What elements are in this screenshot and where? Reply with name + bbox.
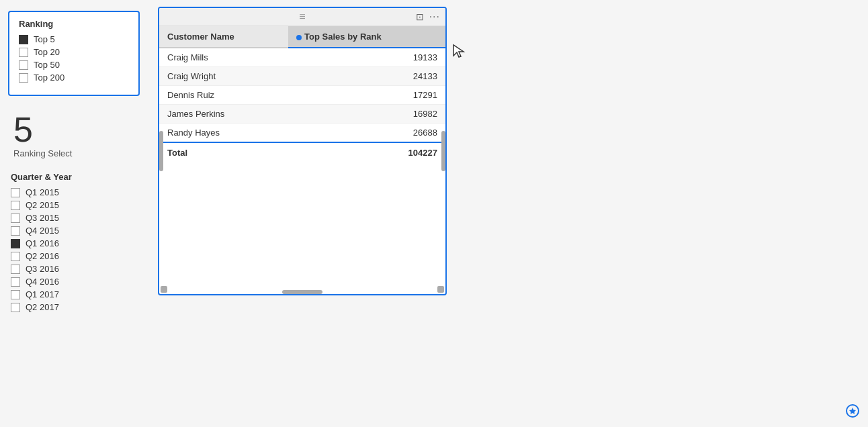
customer-name-cell: Randy Hayes bbox=[159, 124, 288, 143]
resize-handle-right[interactable] bbox=[441, 131, 445, 171]
resize-handle-bl[interactable] bbox=[161, 286, 167, 293]
quarter-year-option-label: Q1 2016 bbox=[26, 238, 59, 248]
col-customer-name[interactable]: Customer Name bbox=[159, 26, 288, 48]
ranking-option[interactable]: Top 200 bbox=[19, 73, 129, 83]
table-panel: ≡ ⊡ ··· Customer Name Top Sales by Rank … bbox=[158, 7, 447, 295]
ranking-option-label: Top 20 bbox=[34, 47, 60, 57]
ranking-option[interactable]: Top 50 bbox=[19, 60, 129, 70]
table-row: Dennis Ruiz17291 bbox=[159, 86, 445, 105]
checkbox-unchecked bbox=[11, 290, 20, 299]
quarter-year-option-label: Q2 2015 bbox=[26, 200, 59, 210]
main-content: ≡ ⊡ ··· Customer Name Top Sales by Rank … bbox=[158, 7, 861, 420]
customer-name-cell: Craig Mills bbox=[159, 48, 288, 67]
quarter-year-option-label: Q1 2017 bbox=[26, 289, 59, 299]
table-row: Craig Mills19133 bbox=[159, 48, 445, 67]
ranking-option[interactable]: Top 20 bbox=[19, 47, 129, 57]
sales-value-cell: 19133 bbox=[288, 48, 445, 67]
quarter-year-option-label: Q4 2016 bbox=[26, 277, 59, 287]
checkbox-unchecked bbox=[19, 60, 28, 70]
resize-handle-left[interactable] bbox=[159, 131, 163, 171]
ranking-option-label: Top 200 bbox=[34, 73, 64, 83]
quarter-year-option[interactable]: Q2 2015 bbox=[11, 200, 137, 210]
brand-icon bbox=[845, 404, 860, 422]
sales-value-cell: 16982 bbox=[288, 105, 445, 124]
active-tab-indicator bbox=[296, 35, 302, 40]
table-row: Randy Hayes26688 bbox=[159, 124, 445, 143]
sales-value-cell: 24133 bbox=[288, 67, 445, 86]
data-table: Customer Name Top Sales by Rank Craig Mi… bbox=[159, 26, 445, 162]
checkbox-unchecked bbox=[11, 201, 20, 210]
quarter-year-option-label: Q3 2016 bbox=[26, 264, 59, 274]
sales-value-cell: 17291 bbox=[288, 86, 445, 105]
ranking-option[interactable]: Top 5 bbox=[19, 34, 129, 44]
quarter-year-section: Quarter & Year Q1 2015Q2 2015Q3 2015Q4 2… bbox=[8, 172, 140, 312]
customer-name-cell: Craig Wright bbox=[159, 67, 288, 86]
table-body: Craig Mills19133Craig Wright24133Dennis … bbox=[159, 48, 445, 142]
total-label: Total bbox=[159, 142, 288, 162]
resize-handle-br[interactable] bbox=[437, 286, 444, 293]
quarter-year-option[interactable]: Q2 2017 bbox=[11, 302, 137, 312]
quarter-year-options: Q1 2015Q2 2015Q3 2015Q4 2015Q1 2016Q2 20… bbox=[11, 187, 137, 312]
table-row: James Perkins16982 bbox=[159, 105, 445, 124]
more-options-icon[interactable]: ··· bbox=[429, 11, 440, 23]
table-total-row: Total 104227 bbox=[159, 142, 445, 162]
quarter-year-option-label: Q3 2015 bbox=[26, 213, 59, 223]
expand-icon[interactable]: ⊡ bbox=[416, 11, 424, 22]
checkbox-unchecked bbox=[11, 214, 20, 223]
ranking-option-label: Top 5 bbox=[34, 34, 55, 44]
quarter-year-option-label: Q2 2017 bbox=[26, 302, 59, 312]
left-panel: Ranking Top 5Top 20Top 50Top 200 5 Ranki… bbox=[0, 0, 148, 427]
checkbox-unchecked bbox=[11, 265, 20, 274]
quarter-year-option[interactable]: Q2 2016 bbox=[11, 251, 137, 261]
quarter-year-option[interactable]: Q4 2016 bbox=[11, 277, 137, 287]
resize-handle-bottom[interactable] bbox=[282, 290, 322, 294]
checkbox-unchecked bbox=[11, 188, 20, 197]
ranking-option-label: Top 50 bbox=[34, 60, 60, 70]
quarter-year-option[interactable]: Q3 2016 bbox=[11, 264, 137, 274]
quarter-year-option-label: Q2 2016 bbox=[26, 251, 59, 261]
ranking-select-container: 5 Ranking Select bbox=[8, 112, 140, 158]
checkbox-unchecked bbox=[19, 73, 28, 83]
quarter-year-option-label: Q1 2015 bbox=[26, 187, 59, 197]
quarter-year-option[interactable]: Q1 2017 bbox=[11, 289, 137, 299]
checkbox-checked bbox=[19, 35, 28, 44]
customer-name-cell: Dennis Ruiz bbox=[159, 86, 288, 105]
drag-handle-icon: ≡ bbox=[299, 11, 305, 23]
ranking-title: Ranking bbox=[19, 19, 129, 29]
table-row: Craig Wright24133 bbox=[159, 67, 445, 86]
quarter-year-option[interactable]: Q3 2015 bbox=[11, 213, 137, 223]
ranking-options: Top 5Top 20Top 50Top 200 bbox=[19, 34, 129, 83]
customer-name-cell: James Perkins bbox=[159, 105, 288, 124]
checkbox-unchecked bbox=[19, 48, 28, 57]
quarter-year-option-label: Q4 2015 bbox=[26, 226, 59, 236]
checkbox-unchecked bbox=[11, 303, 20, 312]
checkbox-unchecked bbox=[11, 226, 20, 236]
quarter-year-option[interactable]: Q4 2015 bbox=[11, 226, 137, 236]
ranking-select-label: Ranking Select bbox=[13, 148, 134, 158]
sales-value-cell: 26688 bbox=[288, 124, 445, 143]
quarter-year-option[interactable]: Q1 2016 bbox=[11, 238, 137, 248]
quarter-year-option[interactable]: Q1 2015 bbox=[11, 187, 137, 197]
checkbox-unchecked bbox=[11, 277, 20, 287]
quarter-year-title: Quarter & Year bbox=[11, 172, 137, 182]
checkbox-unchecked bbox=[11, 252, 20, 261]
panel-toolbar: ≡ ⊡ ··· bbox=[159, 8, 445, 26]
total-value: 104227 bbox=[288, 142, 445, 162]
checkbox-checked bbox=[11, 239, 20, 248]
col-top-sales[interactable]: Top Sales by Rank bbox=[288, 26, 445, 48]
ranking-box: Ranking Top 5Top 20Top 50Top 200 bbox=[8, 11, 140, 96]
ranking-number: 5 bbox=[13, 112, 134, 147]
cursor bbox=[452, 44, 466, 60]
